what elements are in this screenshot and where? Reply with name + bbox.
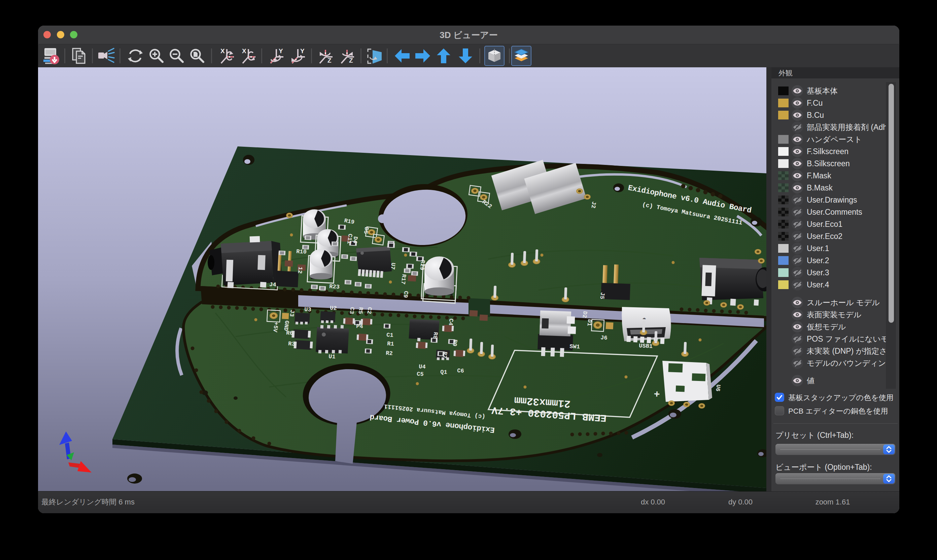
svg-text:R10: R10 bbox=[296, 248, 307, 255]
svg-text:12: 12 bbox=[297, 266, 303, 274]
svg-text:P4: P4 bbox=[356, 323, 363, 330]
svg-text:U1: U1 bbox=[328, 353, 335, 360]
svg-text:R5: R5 bbox=[357, 306, 364, 314]
svg-text:C9: C9 bbox=[402, 291, 409, 298]
svg-text:U6: U6 bbox=[714, 384, 722, 392]
svg-text:R29: R29 bbox=[418, 260, 426, 271]
svg-text:Y: Y bbox=[300, 48, 305, 54]
svg-text:C6: C6 bbox=[457, 368, 464, 374]
svg-text:Y: Y bbox=[278, 48, 283, 54]
svg-text:R17: R17 bbox=[400, 274, 407, 285]
svg-text:J2: J2 bbox=[590, 201, 597, 209]
svg-text:U4: U4 bbox=[419, 363, 426, 370]
svg-text:R2: R2 bbox=[386, 350, 393, 357]
svg-text:U3: U3 bbox=[304, 306, 311, 313]
svg-text:USB1: USB1 bbox=[639, 343, 653, 350]
svg-text:Z: Z bbox=[328, 57, 332, 64]
svg-text:SW1: SW1 bbox=[569, 343, 580, 350]
svg-text:D1: D1 bbox=[586, 319, 593, 326]
svg-text:X: X bbox=[220, 48, 225, 54]
svg-text:R23: R23 bbox=[329, 283, 340, 291]
svg-text:R9: R9 bbox=[451, 339, 458, 347]
svg-text:R3: R3 bbox=[288, 341, 295, 347]
svg-text:C1: C1 bbox=[386, 332, 394, 338]
svg-text:R8: R8 bbox=[432, 331, 439, 339]
svg-text:J5: J5 bbox=[599, 292, 606, 300]
svg-text:J6: J6 bbox=[600, 334, 608, 341]
svg-text:J3: J3 bbox=[288, 309, 295, 317]
svg-text:D4: D4 bbox=[352, 236, 359, 244]
svg-text:C2: C2 bbox=[366, 306, 373, 314]
svg-text:C3: C3 bbox=[348, 306, 355, 314]
svg-text:C5: C5 bbox=[417, 371, 424, 378]
svg-text:J4: J4 bbox=[269, 282, 276, 288]
svg-text:U2: U2 bbox=[330, 305, 337, 312]
svg-text:U7: U7 bbox=[389, 262, 397, 270]
svg-text:C4: C4 bbox=[447, 318, 454, 326]
svg-text:Q1: Q1 bbox=[440, 369, 447, 375]
svg-text:R1: R1 bbox=[387, 341, 394, 347]
svg-text:D2: D2 bbox=[581, 311, 588, 318]
svg-text:☁: ☁ bbox=[642, 316, 646, 320]
svg-text:R7: R7 bbox=[441, 351, 448, 359]
svg-text:D5: D5 bbox=[363, 226, 370, 234]
svg-text:Z: Z bbox=[349, 57, 353, 64]
svg-text:+5V: +5V bbox=[272, 322, 279, 332]
svg-text:+: + bbox=[653, 389, 660, 400]
svg-text:X: X bbox=[242, 48, 246, 54]
svg-text:R6: R6 bbox=[286, 330, 293, 337]
